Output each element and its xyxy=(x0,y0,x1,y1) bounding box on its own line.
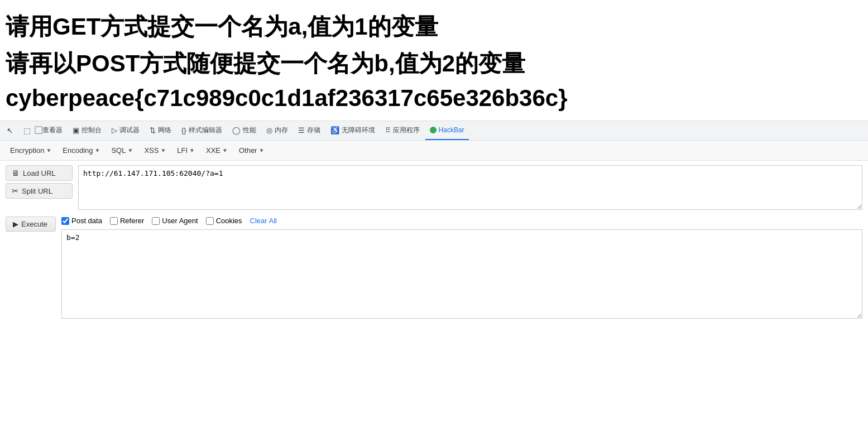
xxe-menu[interactable]: XXE ▼ xyxy=(202,144,232,157)
tab-network-label: 网络 xyxy=(158,126,171,135)
sql-label: SQL xyxy=(111,146,126,155)
tab-storage[interactable]: ☰ 存储 xyxy=(294,121,325,140)
performance-icon: ◯ xyxy=(232,126,241,134)
execute-button[interactable]: ▶ Execute xyxy=(6,217,56,232)
lfi-arrow: ▼ xyxy=(189,147,195,153)
url-input[interactable]: http://61.147.171.105:62040/?a=1 xyxy=(78,165,862,210)
encoding-arrow: ▼ xyxy=(95,147,100,153)
apps-icon: ⠿ xyxy=(385,126,391,134)
hackbar-icon xyxy=(430,127,437,133)
pick-icon: ↖ xyxy=(7,126,13,135)
network-icon: ⇅ xyxy=(150,126,156,134)
other-arrow: ▼ xyxy=(258,147,264,153)
split-url-label: Split URL xyxy=(22,187,52,195)
tab-apps[interactable]: ⠿ 应用程序 xyxy=(381,121,424,140)
accessibility-icon: ♿ xyxy=(330,126,339,134)
hackbar-actions: 🖥 Load URL ✂ Split URL xyxy=(6,165,73,212)
user-agent-checkbox[interactable] xyxy=(152,217,160,225)
tab-storage-label: 存储 xyxy=(307,126,320,135)
load-url-button[interactable]: 🖥 Load URL xyxy=(6,165,73,181)
tab-hackbar-label: HackBar xyxy=(439,126,464,134)
tab-inspector-label: 查看器 xyxy=(42,126,63,135)
post-data-checkboxes: Post data Referer User Agent Cookies Cle… xyxy=(61,217,862,225)
post-data-label: Post data xyxy=(71,217,102,225)
execute-label: Execute xyxy=(21,220,47,228)
encryption-arrow: ▼ xyxy=(46,147,51,153)
flag-line3: cyberpeace{c71c989c0c1d1af236317c65e326b… xyxy=(6,85,862,112)
hackbar-main: 🖥 Load URL ✂ Split URL http://61.147.171… xyxy=(0,161,868,217)
execute-icon: ▶ xyxy=(13,220,18,228)
instruction-line2: 请再以POST方式随便提交一个名为b,值为2的变量 xyxy=(6,48,862,79)
referer-checkbox[interactable] xyxy=(110,217,118,225)
memory-icon: ◎ xyxy=(266,126,272,134)
tab-accessibility[interactable]: ♿ 无障碍环境 xyxy=(326,121,380,140)
user-agent-label: User Agent xyxy=(162,217,198,225)
debugger-icon: ▷ xyxy=(112,126,117,134)
tab-inspector[interactable]: ⃞ 查看器 xyxy=(36,121,67,140)
referer-label: Referer xyxy=(120,217,144,225)
tab-style-editor-label: 样式编辑器 xyxy=(189,126,222,135)
page-content: 请用GET方式提交一个名为a,值为1的变量 请再以POST方式随便提交一个名为b… xyxy=(0,0,868,112)
post-data-checkbox[interactable] xyxy=(61,217,69,225)
hackbar-execute-row: ▶ Execute Post data Referer User Agent xyxy=(0,217,868,325)
storage-icon: ☰ xyxy=(298,126,305,134)
tab-style-editor[interactable]: {} 样式编辑器 xyxy=(177,121,227,140)
tab-memory[interactable]: ◎ 内存 xyxy=(262,121,292,140)
clear-all-button[interactable]: Clear All xyxy=(250,217,277,225)
xxe-arrow: ▼ xyxy=(222,147,228,153)
cookies-label: Cookies xyxy=(216,217,242,225)
responsive-icon: ⬚ xyxy=(23,126,31,135)
tab-memory-label: 内存 xyxy=(275,126,288,135)
lfi-label: LFI xyxy=(177,146,188,155)
tab-apps-label: 应用程序 xyxy=(393,126,420,135)
referer-checkbox-item[interactable]: Referer xyxy=(110,217,144,225)
clear-all-label: Clear All xyxy=(250,217,277,225)
tab-accessibility-label: 无障碍环境 xyxy=(342,126,375,135)
other-menu[interactable]: Other ▼ xyxy=(234,144,268,157)
lfi-menu[interactable]: LFI ▼ xyxy=(172,144,199,157)
instruction-line1: 请用GET方式提交一个名为a,值为1的变量 xyxy=(6,11,862,42)
tab-console[interactable]: ▣ 控制台 xyxy=(68,121,106,140)
encryption-label: Encryption xyxy=(10,146,44,155)
split-url-button[interactable]: ✂ Split URL xyxy=(6,183,73,199)
encoding-menu[interactable]: Encoding ▼ xyxy=(58,144,104,157)
encoding-label: Encoding xyxy=(63,146,93,155)
tab-performance-label: 性能 xyxy=(243,126,256,135)
tab-hackbar[interactable]: HackBar xyxy=(425,121,469,140)
devtools-tabbar: ↖ ⬚ ⃞ 查看器 ▣ 控制台 ▷ 调试器 ⇅ 网络 {} 样式编辑器 ◯ 性能… xyxy=(0,121,868,141)
pick-element-btn[interactable]: ↖ xyxy=(2,123,18,138)
sql-arrow: ▼ xyxy=(127,147,133,153)
console-icon: ▣ xyxy=(73,126,79,134)
load-url-label: Load URL xyxy=(23,169,56,177)
encryption-menu[interactable]: Encryption ▼ xyxy=(6,144,56,157)
url-input-container: http://61.147.171.105:62040/?a=1 xyxy=(78,165,862,212)
xss-menu[interactable]: XSS ▼ xyxy=(140,144,170,157)
xss-arrow: ▼ xyxy=(160,147,166,153)
post-data-section: Post data Referer User Agent Cookies Cle… xyxy=(61,217,862,321)
hackbar-panel: Encryption ▼ Encoding ▼ SQL ▼ XSS ▼ LFI … xyxy=(0,141,868,325)
xxe-label: XXE xyxy=(206,146,220,155)
tab-console-label: 控制台 xyxy=(81,126,102,135)
responsive-design-btn[interactable]: ⬚ xyxy=(19,123,35,138)
tab-performance[interactable]: ◯ 性能 xyxy=(228,121,261,140)
tab-debugger-label: 调试器 xyxy=(119,126,140,135)
hackbar-toolbar: Encryption ▼ Encoding ▼ SQL ▼ XSS ▼ LFI … xyxy=(0,141,868,161)
split-url-icon: ✂ xyxy=(12,186,18,195)
other-label: Other xyxy=(239,146,257,155)
xss-label: XSS xyxy=(144,146,159,155)
load-url-icon: 🖥 xyxy=(12,169,20,177)
tab-debugger[interactable]: ▷ 调试器 xyxy=(107,121,144,140)
post-data-checkbox-item[interactable]: Post data xyxy=(61,217,102,225)
tab-network[interactable]: ⇅ 网络 xyxy=(145,121,176,140)
user-agent-checkbox-item[interactable]: User Agent xyxy=(152,217,198,225)
cookies-checkbox-item[interactable]: Cookies xyxy=(206,217,242,225)
sql-menu[interactable]: SQL ▼ xyxy=(107,144,137,157)
post-data-textarea[interactable]: b=2 xyxy=(61,229,862,319)
cookies-checkbox[interactable] xyxy=(206,217,214,225)
style-editor-icon: {} xyxy=(181,126,186,134)
